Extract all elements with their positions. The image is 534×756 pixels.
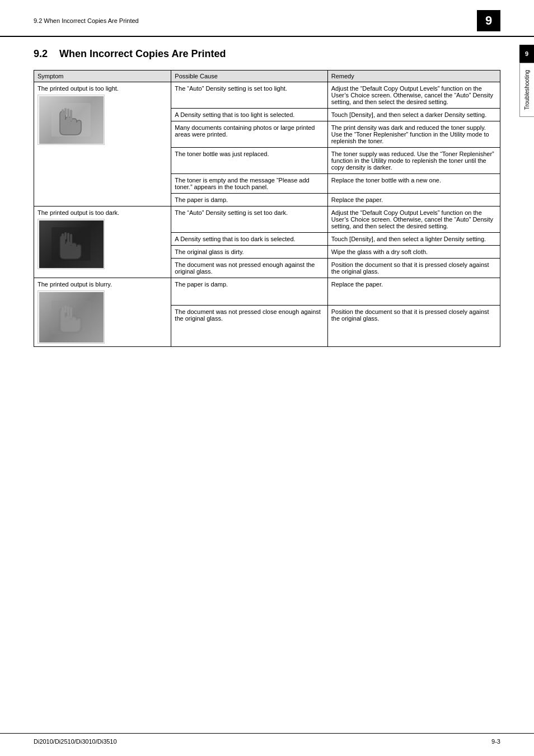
symptom-cell-light: The printed output is too light. — [34, 82, 171, 206]
main-table: Symptom Possible Cause Remedy The printe… — [34, 70, 500, 347]
footer-page: 9-3 — [491, 738, 500, 745]
table-header-row: Symptom Possible Cause Remedy — [34, 71, 500, 82]
table-row: The printed output is blurry. — [34, 278, 500, 306]
remedy-cell: Adjust the “Default Copy Output Levels” … — [327, 206, 500, 233]
hand-icon-blurry — [49, 298, 93, 337]
symptom-text-dark: The printed output is too dark. — [38, 209, 167, 216]
symptom-cell-dark: The printed output is too dark. — [34, 206, 171, 278]
col-symptom: Symptom — [34, 71, 171, 82]
remedy-cell: Replace the toner bottle with a new one. — [327, 174, 500, 194]
cause-cell: The paper is damp. — [171, 194, 327, 206]
cause-cell: The paper is damp. — [171, 278, 327, 306]
col-remedy: Remedy — [327, 71, 500, 82]
cause-cell: A Density setting that is too light is s… — [171, 109, 327, 121]
remedy-cell: The print density was dark and reduced t… — [327, 121, 500, 148]
cause-cell: The “Auto” Density setting is set too li… — [171, 82, 327, 109]
cause-cell: The document was not pressed enough agai… — [171, 259, 327, 278]
header-chapter-box: 9 — [477, 10, 500, 31]
troubleshooting-tab: Troubleshooting — [519, 63, 534, 117]
cause-cell: The “Auto” Density setting is set too da… — [171, 206, 327, 233]
remedy-cell: Replace the paper. — [327, 278, 500, 306]
remedy-cell: Touch [Density], and then select a darke… — [327, 109, 500, 121]
table-row: The printed output is too dark. — [34, 206, 500, 233]
symptom-text-light: The printed output is too light. — [38, 85, 167, 92]
remedy-cell: Position the document so that it is pres… — [327, 305, 500, 346]
section-heading: When Incorrect Copies Are Printed — [59, 48, 226, 59]
hand-icon-light — [49, 100, 93, 139]
hand-image-blurry — [39, 292, 104, 342]
remedy-cell: Touch [Density], and then select a light… — [327, 233, 500, 246]
image-light — [38, 95, 105, 145]
section-number: 9.2 — [34, 48, 48, 59]
footer-model: Di2010/Di2510/Di3010/Di3510 — [34, 738, 117, 745]
cause-cell: The toner bottle was just replaced. — [171, 148, 327, 174]
chapter-number-tab: 9 — [519, 45, 534, 63]
cause-cell: The toner is empty and the message “Plea… — [171, 174, 327, 194]
image-dark — [38, 219, 105, 269]
page-header: 9.2 When Incorrect Copies Are Printed 9 — [0, 0, 534, 37]
hand-image-light — [39, 96, 104, 144]
cause-cell: The document was not pressed close enoug… — [171, 305, 327, 346]
image-blurry — [38, 290, 105, 344]
cause-cell: Many documents containing photos or larg… — [171, 121, 327, 148]
remedy-cell: Position the document so that it is pres… — [327, 259, 500, 278]
remedy-cell: Replace the paper. — [327, 194, 500, 206]
main-content: 9.2 When Incorrect Copies Are Printed Sy… — [0, 37, 534, 364]
page-footer: Di2010/Di2510/Di3010/Di3510 9-3 — [0, 733, 534, 745]
section-title: 9.2 When Incorrect Copies Are Printed — [34, 48, 500, 60]
cause-cell: The original glass is dirty. — [171, 246, 327, 259]
remedy-cell: Adjust the “Default Copy Output Levels” … — [327, 82, 500, 109]
header-text: 9.2 When Incorrect Copies Are Printed — [34, 17, 139, 24]
hand-image-dark — [39, 220, 104, 268]
table-row: The printed output is too light. — [34, 82, 500, 109]
remedy-cell: Wipe the glass with a dry soft cloth. — [327, 246, 500, 259]
hand-icon-dark — [49, 224, 93, 264]
symptom-cell-blurry: The printed output is blurry. — [34, 278, 171, 347]
symptom-text-blurry: The printed output is blurry. — [38, 281, 167, 288]
troubleshooting-label: Troubleshooting — [524, 70, 530, 110]
cause-cell: A Density setting that is too dark is se… — [171, 233, 327, 246]
col-cause: Possible Cause — [171, 71, 327, 82]
page-container: 9.2 When Incorrect Copies Are Printed 9 … — [0, 0, 534, 756]
remedy-cell: The toner supply was reduced. Use the “T… — [327, 148, 500, 174]
